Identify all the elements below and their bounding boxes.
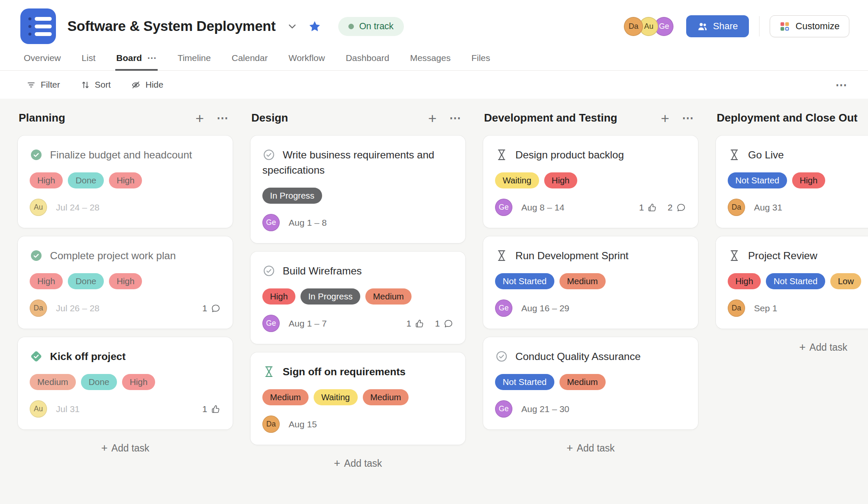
task-card[interactable]: Run Development SprintNot StartedMediumG… bbox=[483, 236, 698, 329]
task-card[interactable]: Finalize budget and headcountHighDoneHig… bbox=[18, 136, 233, 228]
assignee-avatar: Ge bbox=[495, 299, 512, 317]
column-more-icon[interactable]: ⋯ bbox=[217, 113, 228, 124]
assignee-avatar: Ge bbox=[262, 214, 280, 231]
approval-hourglass-icon[interactable] bbox=[495, 148, 508, 161]
card-tags: In Progress bbox=[262, 188, 453, 204]
card-meta-row: DaAug 31 bbox=[728, 199, 868, 216]
tab-timeline[interactable]: Timeline bbox=[177, 48, 212, 70]
chevron-down-icon[interactable] bbox=[287, 21, 298, 32]
card-tags: Not StartedMedium bbox=[495, 273, 686, 289]
like-count: 1 bbox=[406, 318, 425, 329]
column-title: Planning bbox=[19, 111, 195, 125]
tab-label: Overview bbox=[24, 53, 61, 63]
tab-label: List bbox=[82, 53, 96, 63]
member-avatar-da[interactable]: Da bbox=[624, 17, 643, 36]
hide-button[interactable]: Hide bbox=[131, 80, 163, 90]
card-title-row: Sign off on requirements bbox=[262, 364, 453, 379]
tab-label: Timeline bbox=[178, 53, 211, 63]
task-card[interactable]: Conduct Quality AssuranceNot StartedMedi… bbox=[483, 337, 698, 429]
card-tags: HighNot StartedLow bbox=[728, 273, 868, 289]
card-meta-row: AuJul 311 bbox=[30, 400, 221, 418]
tag-in-progress: In Progress bbox=[300, 288, 360, 305]
card-title-row: Project Review bbox=[728, 248, 868, 263]
tab-label: Calendar bbox=[231, 53, 267, 63]
column-more-icon[interactable]: ⋯ bbox=[449, 113, 461, 124]
card-title-row: Kick off project bbox=[30, 349, 221, 364]
card-tags: HighIn ProgressMedium bbox=[262, 288, 453, 305]
toolbar-more-button[interactable]: ⋯ bbox=[835, 78, 848, 92]
plus-icon: + bbox=[334, 457, 340, 469]
card-meta-row: DaJul 26 – 281 bbox=[30, 299, 221, 317]
tab-calendar[interactable]: Calendar bbox=[231, 48, 268, 70]
add-task-label: Add task bbox=[344, 458, 382, 469]
due-date: Aug 15 bbox=[289, 419, 317, 429]
tab-dashboard[interactable]: Dashboard bbox=[345, 48, 390, 70]
card-counts: 1 bbox=[202, 404, 221, 414]
task-card[interactable]: Go LiveNot StartedHighDaAug 31 bbox=[716, 136, 868, 228]
tag-done: Done bbox=[68, 172, 104, 188]
task-incomplete-icon[interactable] bbox=[262, 148, 275, 161]
due-date: Aug 31 bbox=[754, 202, 782, 213]
add-task-button[interactable]: +Add task bbox=[483, 441, 698, 454]
column-design: Design+⋯Write business requirements and … bbox=[250, 111, 465, 470]
tab-messages[interactable]: Messages bbox=[409, 48, 451, 70]
task-incomplete-icon[interactable] bbox=[495, 350, 508, 363]
add-task-button[interactable]: +Add task bbox=[18, 441, 233, 454]
add-task-column-icon[interactable]: + bbox=[661, 113, 669, 124]
customize-button[interactable]: Customize bbox=[770, 15, 849, 37]
task-complete-icon[interactable] bbox=[30, 249, 43, 262]
add-task-column-icon[interactable]: + bbox=[195, 113, 204, 124]
favorite-star-icon[interactable] bbox=[308, 20, 321, 33]
task-card[interactable]: Complete project work planHighDoneHighDa… bbox=[18, 236, 233, 329]
tab-label: Files bbox=[471, 53, 490, 63]
page-title: Software & System Deployment bbox=[67, 18, 275, 34]
tag-medium: Medium bbox=[365, 288, 412, 305]
filter-button[interactable]: Filter bbox=[26, 80, 60, 90]
add-task-column-icon[interactable]: + bbox=[428, 113, 437, 124]
task-incomplete-icon[interactable] bbox=[262, 264, 275, 277]
task-complete-icon[interactable] bbox=[30, 148, 43, 161]
header-divider bbox=[759, 16, 760, 36]
task-card[interactable]: Project ReviewHighNot StartedLowDaSep 1 bbox=[716, 236, 868, 329]
tab-overview[interactable]: Overview bbox=[23, 48, 62, 70]
view-toolbar: Filter Sort Hide ⋯ bbox=[0, 71, 868, 99]
task-card[interactable]: Sign off on requirementsMediumWaitingMed… bbox=[250, 352, 465, 445]
tab-more-icon[interactable]: ⋯ bbox=[147, 53, 157, 64]
card-title-row: Go Live bbox=[728, 147, 868, 163]
approval-hourglass-icon[interactable] bbox=[495, 249, 508, 262]
due-date: Sep 1 bbox=[754, 303, 777, 313]
status-dot-icon bbox=[348, 24, 354, 29]
add-task-label: Add task bbox=[810, 342, 848, 353]
task-card[interactable]: Write business requirements and specific… bbox=[250, 136, 465, 243]
task-card[interactable]: Design product backlogWaitingHighGeAug 8… bbox=[483, 136, 698, 228]
approval-hourglass-icon[interactable] bbox=[262, 365, 275, 378]
share-button[interactable]: Share bbox=[686, 15, 749, 37]
tab-files[interactable]: Files bbox=[470, 48, 491, 70]
plus-icon: + bbox=[101, 441, 108, 454]
tab-workflow[interactable]: Workflow bbox=[288, 48, 326, 70]
card-title: Build Wireframes bbox=[283, 265, 362, 277]
add-task-button[interactable]: +Add task bbox=[716, 341, 868, 354]
task-card[interactable]: Build WireframesHighIn ProgressMediumGeA… bbox=[250, 252, 465, 344]
approval-hourglass-icon[interactable] bbox=[728, 249, 741, 262]
status-badge[interactable]: On track bbox=[338, 17, 403, 36]
add-task-label: Add task bbox=[577, 443, 615, 454]
tag-not-started: Not Started bbox=[495, 273, 554, 289]
task-card[interactable]: Kick off projectMediumDoneHighAuJul 311 bbox=[18, 337, 233, 429]
tab-board[interactable]: Board⋯ bbox=[115, 48, 158, 71]
milestone-complete-icon[interactable] bbox=[30, 350, 43, 363]
board: Planning+⋯Finalize budget and headcountH… bbox=[0, 99, 868, 504]
card-title: Finalize budget and headcount bbox=[50, 149, 192, 161]
approval-hourglass-icon[interactable] bbox=[728, 148, 741, 161]
comment-count: 1 bbox=[435, 318, 453, 329]
thumbs-up-icon bbox=[211, 404, 221, 414]
card-title: Sign off on requirements bbox=[283, 366, 406, 377]
tab-list[interactable]: List bbox=[81, 48, 97, 70]
member-avatars[interactable]: DaAuGe bbox=[624, 17, 673, 36]
tab-label: Messages bbox=[410, 53, 451, 63]
column-more-icon[interactable]: ⋯ bbox=[682, 113, 694, 124]
assignee-avatar: Da bbox=[30, 299, 47, 317]
sort-button[interactable]: Sort bbox=[81, 80, 111, 90]
add-task-button[interactable]: +Add task bbox=[250, 457, 465, 470]
card-tags: HighDoneHigh bbox=[30, 172, 221, 188]
